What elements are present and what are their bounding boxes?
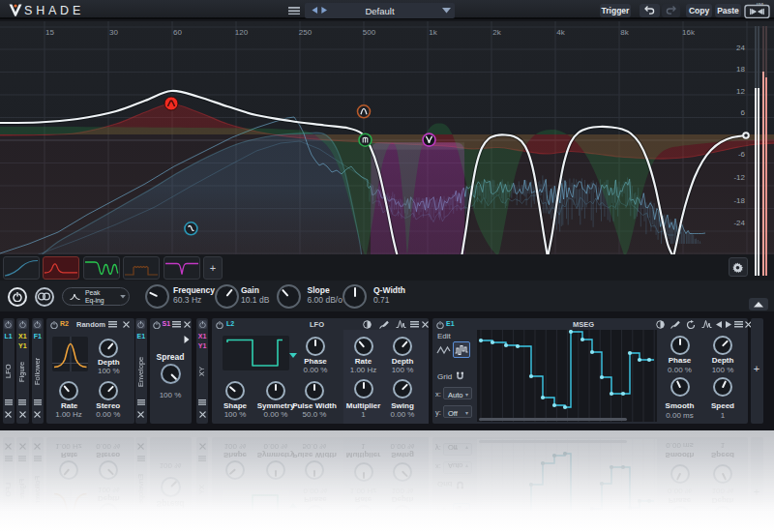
svg-text:4k: 4k [556,28,565,37]
svg-text:60: 60 [173,28,182,37]
svg-text:24: 24 [736,44,745,52]
svg-text:-6: -6 [738,150,746,159]
svg-text:UVI: UVI [757,2,763,7]
svg-text:1k: 1k [429,28,437,37]
svg-text:-12: -12 [733,173,745,182]
svg-text:16k: 16k [682,28,696,37]
svg-text:2k: 2k [492,28,501,37]
svg-text:500: 500 [363,28,376,37]
svg-text:250: 250 [299,28,313,37]
svg-text:30: 30 [109,28,118,37]
svg-text:6: 6 [741,108,746,117]
svg-text:8k: 8k [620,28,629,37]
svg-text:-24: -24 [733,219,745,227]
svg-text:120: 120 [235,28,249,37]
svg-text:15: 15 [45,28,54,37]
svg-text:12: 12 [736,87,745,96]
svg-text:-18: -18 [733,196,745,205]
svg-text:18: 18 [736,65,745,74]
